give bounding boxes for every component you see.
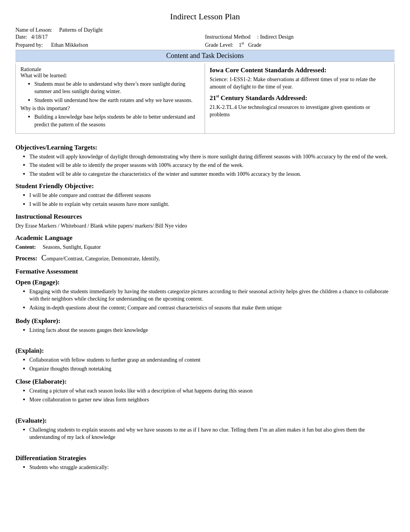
process-cap: C — [41, 253, 46, 262]
content-text: Seasons, Sunlight, Equator — [42, 244, 101, 250]
list-item: Collaboration with fellow students to fu… — [23, 356, 395, 364]
academic-language-content: Content: Seasons, Sunlight, Equator — [15, 243, 395, 251]
instructional-value: : Indirect Design — [257, 34, 293, 40]
list-item: Students who struggle academically: — [23, 464, 395, 471]
close-label: Close (Elaborate): — [15, 378, 395, 386]
body-bullets: Listing facts about the seasons gauges t… — [15, 326, 395, 334]
differentiation-title: Differentiation Strategies — [15, 454, 395, 462]
instructional-label: Instructional Method — [205, 34, 251, 40]
content-right-col: Iowa Core Content Standards Addressed: S… — [205, 63, 394, 133]
list-item: Asking in-depth questions about the cont… — [23, 304, 395, 312]
what-bullets: Students must be able to understand why … — [20, 80, 200, 104]
explain-bullets: Collaboration with fellow students to fu… — [15, 356, 395, 372]
open-bullets: Engaging with the students immediately b… — [15, 288, 395, 312]
evaluate-bullets: Challenging students to explain seasons … — [15, 426, 395, 441]
prepared-name: Ethan Mikkelson — [51, 42, 88, 48]
instructional-resources-title: Instructional Resources — [15, 213, 395, 221]
body-label: Body (Explore): — [15, 317, 395, 325]
content-label: Content: — [15, 244, 36, 250]
iowa-core-text: Science: 1-ESS1-2: Make observations at … — [210, 76, 390, 91]
close-bullets: Creating a picture of what each season l… — [15, 387, 395, 403]
list-item: The student will apply knowledge of dayl… — [23, 153, 395, 161]
grade-suffix: st — [241, 41, 244, 45]
list-item: Building a knowledge base helps students… — [28, 113, 200, 128]
century-title: 21st Century Standards Addressed: — [210, 94, 390, 102]
academic-language-process: Process: Compare/Contrast, Categorize, D… — [15, 252, 395, 263]
list-item: Creating a picture of what each season l… — [23, 387, 395, 395]
academic-language-title: Academic Language — [15, 234, 395, 242]
evaluate-label: (Evaluate): — [15, 417, 395, 425]
lesson-label: Name of Lesson: — [15, 27, 53, 33]
diff-bullets: Students who struggle academically: — [15, 464, 395, 471]
process-text: ompare/Contrast, Categorize, Demonstrate… — [46, 256, 159, 262]
formative-title: Formative Assessment — [15, 268, 395, 275]
meta-section: Name of Lesson: Patterns of Daylight Dat… — [15, 27, 395, 48]
rationale-label: Rationale — [20, 66, 200, 73]
list-item: I will be able to explain why certain se… — [23, 201, 395, 208]
content-task-body: Rationale What will be learned: Students… — [15, 63, 395, 134]
list-item: More collaboration to garner new ideas f… — [23, 396, 395, 404]
what-label: What will be learned: — [20, 73, 200, 79]
list-item: I will be able compare and contrast the … — [23, 192, 395, 199]
content-left-col: Rationale What will be learned: Students… — [16, 63, 205, 133]
prepared-label: Prepared by: — [15, 42, 43, 48]
list-item: Listing facts about the seasons gauges t… — [23, 326, 395, 334]
process-label: Process: — [15, 255, 37, 262]
list-item: Engaging with the students immediately b… — [23, 288, 395, 303]
instructional-resources-text: Dry Erase Markers / Whiteboard / Blank w… — [15, 222, 395, 230]
objectives-bullets: The student will apply knowledge of dayl… — [15, 153, 395, 178]
lesson-name: Patterns of Daylight — [59, 27, 103, 33]
list-item: Students must be able to understand why … — [28, 80, 200, 95]
student-friendly-title: Student Friendly Objective: — [15, 182, 395, 190]
list-item: Organize thoughts through notetaking — [23, 365, 395, 373]
why-bullets: Building a knowledge base helps students… — [20, 113, 200, 128]
page-title: Indirect Lesson Plan — [15, 12, 395, 22]
grade-label: Grade Level: — [205, 42, 233, 48]
content-task-header: Content and Task Decisions — [15, 50, 395, 62]
list-item: Challenging students to explain seasons … — [23, 426, 395, 441]
objectives-section: Objectives/Learning Targets: The student… — [15, 138, 395, 474]
grade-text: Grade — [248, 42, 261, 48]
list-item: The student will be able to identify the… — [23, 161, 395, 169]
explain-label: (Explain): — [15, 347, 395, 355]
date-value: 4/18/17 — [31, 34, 48, 40]
century-text: 21.K-2.TL.4 Use technological resources … — [210, 104, 390, 119]
date-label: Date: — [15, 34, 27, 40]
list-item: Students will understand how the earth r… — [28, 97, 200, 104]
objectives-title: Objectives/Learning Targets: — [15, 144, 395, 151]
list-item: The student will be able to categorize t… — [23, 170, 395, 178]
iowa-core-title: Iowa Core Content Standards Addressed: — [210, 66, 390, 74]
open-label: Open (Engage): — [15, 279, 395, 286]
why-label: Why is this important? — [20, 105, 200, 112]
student-friendly-bullets: I will be able compare and contrast the … — [15, 192, 395, 208]
